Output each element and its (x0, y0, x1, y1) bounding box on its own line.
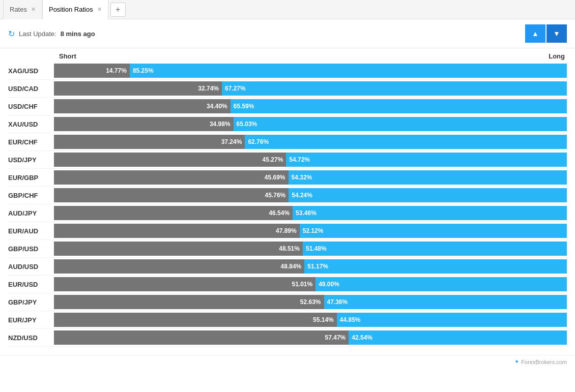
table-row: EUR/JPY55.14%44.85% (8, 311, 567, 329)
long-bar: 47.36% (324, 295, 567, 309)
footer: ✦ ForexBrokers.com (0, 355, 575, 368)
bar-container: 52.63%47.36% (54, 295, 567, 309)
short-bar: 48.84% (54, 259, 304, 274)
pair-label: GBP/USD (8, 245, 54, 253)
short-bar: 32.74% (54, 81, 222, 96)
long-bar: 53.46% (293, 206, 567, 220)
short-bar: 51.01% (54, 277, 315, 291)
bar-container: 57.47%42.54% (54, 330, 567, 345)
table-row: USD/CAD32.74%67.27% (8, 80, 567, 98)
table-container: Short Long XAG/USD14.77%85.25%USD/CAD32.… (0, 48, 575, 355)
long-bar: 54.72% (286, 153, 567, 167)
short-bar: 34.98% (54, 117, 234, 131)
short-bar: 45.69% (54, 170, 289, 185)
pair-label: AUD/JPY (8, 209, 54, 217)
col-long-header: Long (549, 52, 567, 60)
pair-label: USD/JPY (8, 156, 54, 164)
table-row: EUR/CHF37.24%62.76% (8, 133, 567, 151)
bar-container: 32.74%67.27% (54, 81, 567, 96)
last-update-label: Last Update: (19, 30, 56, 38)
bar-container: 45.27%54.72% (54, 153, 567, 167)
pair-label: AUD/USD (8, 263, 54, 270)
rows-container: XAG/USD14.77%85.25%USD/CAD32.74%67.27%US… (8, 62, 567, 347)
nav-buttons: ▲ ▼ (525, 24, 567, 43)
short-bar: 34.40% (54, 99, 231, 113)
bar-container: 47.89%52.12% (54, 224, 567, 238)
short-bar: 55.14% (54, 313, 337, 327)
table-row: XAU/USD34.98%65.03% (8, 115, 567, 133)
last-update-value: 8 mins ago (61, 30, 95, 38)
bar-container: 46.54%53.46% (54, 206, 567, 220)
col-short-header: Short (8, 52, 76, 60)
refresh-icon[interactable]: ↻ (8, 29, 15, 39)
pair-label: USD/CAD (8, 85, 54, 93)
short-bar: 57.47% (54, 330, 349, 345)
table-row: GBP/JPY52.63%47.36% (8, 293, 567, 311)
bar-container: 48.84%51.17% (54, 259, 567, 274)
long-bar: 65.03% (234, 117, 567, 131)
table-row: AUD/USD48.84%51.17% (8, 258, 567, 276)
long-bar: 65.59% (231, 99, 567, 113)
bar-container: 45.69%54.32% (54, 170, 567, 185)
tab-position-ratios-close[interactable]: ✕ (97, 6, 102, 13)
tab-rates-close[interactable]: ✕ (31, 6, 36, 13)
tab-add-button[interactable]: + (110, 3, 126, 17)
tab-position-ratios[interactable]: Position Ratios ✕ (42, 0, 108, 19)
pair-label: EUR/JPY (8, 316, 54, 324)
bar-container: 34.40%65.59% (54, 99, 567, 113)
pair-label: USD/CHF (8, 103, 54, 110)
footer-logo-icon: ✦ (514, 358, 519, 365)
table-row: NZD/USD57.47%42.54% (8, 329, 567, 347)
last-update-section: ↻ Last Update: 8 mins ago (8, 29, 95, 39)
short-bar: 48.51% (54, 242, 303, 256)
long-bar: 62.76% (245, 135, 567, 149)
short-bar: 47.89% (54, 224, 300, 238)
bar-container: 45.76%54.24% (54, 188, 567, 202)
nav-up-button[interactable]: ▲ (525, 24, 545, 43)
bar-container: 51.01%49.00% (54, 277, 567, 291)
tab-position-ratios-label: Position Ratios (49, 6, 93, 13)
table-row: USD/JPY45.27%54.72% (8, 151, 567, 169)
short-bar: 37.24% (54, 135, 245, 149)
pair-label: XAU/USD (8, 120, 54, 128)
pair-label: GBP/JPY (8, 298, 54, 306)
pair-label: EUR/GBP (8, 174, 54, 182)
pair-label: GBP/CHF (8, 192, 54, 199)
tab-rates-label: Rates (10, 6, 27, 13)
pair-label: XAG/USD (8, 67, 54, 75)
bar-container: 37.24%62.76% (54, 135, 567, 149)
table-row: EUR/GBP45.69%54.32% (8, 169, 567, 187)
footer-logo: ✦ ForexBrokers.com (514, 358, 567, 365)
table-header: Short Long (8, 48, 567, 62)
long-bar: 52.12% (300, 224, 567, 238)
short-bar: 45.27% (54, 153, 286, 167)
bar-container: 55.14%44.85% (54, 313, 567, 327)
short-bar: 46.54% (54, 206, 293, 220)
long-bar: 42.54% (349, 330, 567, 345)
table-row: GBP/USD48.51%51.48% (8, 240, 567, 258)
pair-label: EUR/AUD (8, 227, 54, 235)
long-bar: 49.00% (315, 277, 567, 291)
short-bar: 45.76% (54, 188, 289, 202)
pair-label: EUR/CHF (8, 138, 54, 146)
long-bar: 67.27% (222, 81, 567, 96)
top-bar: ↻ Last Update: 8 mins ago ▲ ▼ (0, 19, 575, 48)
long-bar: 51.48% (303, 242, 567, 256)
short-bar: 14.77% (54, 64, 130, 78)
pair-label: EUR/USD (8, 281, 54, 288)
tab-bar: Rates ✕ Position Ratios ✕ + (0, 0, 575, 19)
tab-rates[interactable]: Rates ✕ (3, 0, 42, 19)
long-bar: 54.32% (289, 170, 567, 185)
long-bar: 51.17% (304, 259, 567, 274)
nav-down-button[interactable]: ▼ (547, 24, 567, 43)
bar-container: 34.98%65.03% (54, 117, 567, 131)
bar-container: 14.77%85.25% (54, 64, 567, 78)
table-row: USD/CHF34.40%65.59% (8, 98, 567, 115)
table-row: EUR/AUD47.89%52.12% (8, 222, 567, 240)
long-bar: 54.24% (289, 188, 567, 202)
pair-label: NZD/USD (8, 334, 54, 342)
bar-container: 48.51%51.48% (54, 242, 567, 256)
table-row: AUD/JPY46.54%53.46% (8, 204, 567, 222)
short-bar: 52.63% (54, 295, 324, 309)
footer-logo-text: ForexBrokers.com (521, 359, 567, 365)
